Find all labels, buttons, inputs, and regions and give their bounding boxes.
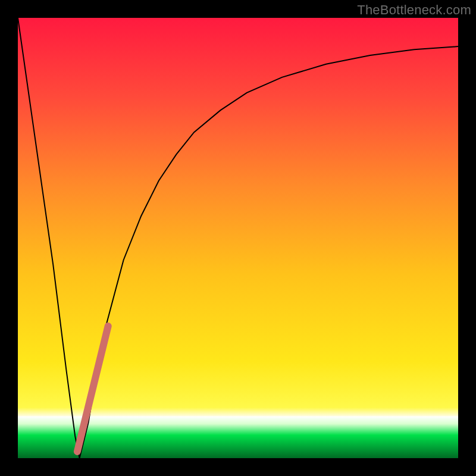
chart-frame: TheBottleneck.com	[0, 0, 476, 476]
plot-area	[18, 18, 458, 458]
gradient-background	[18, 18, 458, 458]
watermark-text: TheBottleneck.com	[357, 2, 471, 18]
chart-svg	[18, 18, 458, 458]
